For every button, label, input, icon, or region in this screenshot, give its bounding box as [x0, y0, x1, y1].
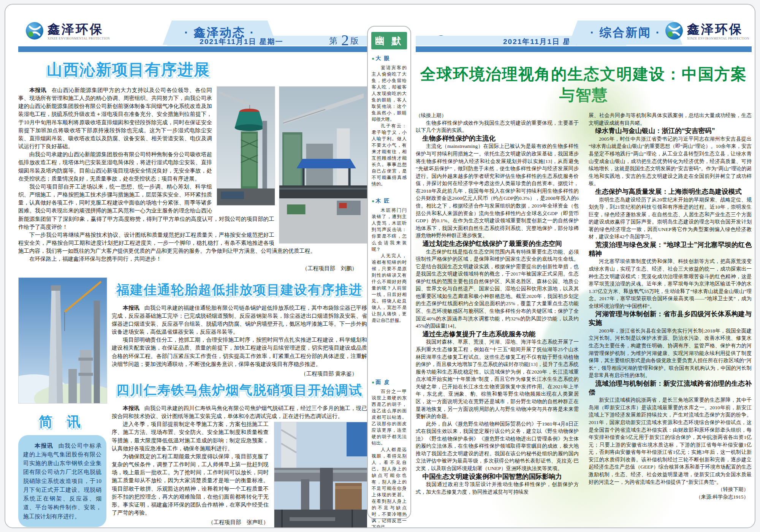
- column-block: （来源:科学杂志1915）: [589, 493, 752, 501]
- column-block: 新安江流域横跨皖浙两省，是长三角地区重要的生态屏障，其中千岛湖（即新安江水库）是…: [589, 396, 752, 486]
- article2-paragraph: 项目部明确责任分工，抢抓工期，合理安排施工时序，按照时间节点扎实推进工程建设，科…: [112, 336, 367, 368]
- page3-header: 第3版 2021年11月1日 星期一 · 综合新闻 ·: [416, 17, 752, 54]
- column-block: 生物多样性保护成效作为我国生态文明建设的重要体现，主要基于以下几个方面的实践。: [416, 119, 579, 134]
- column-block: 2005年，时任中共浙江省委书记的习近平同志在湖州市安吉县提出“绿水青山就是金山…: [589, 135, 752, 187]
- humor-block: 人人都是远视眼，看得见别人，看不见自己。别人身上的缺点可能你也有，别人身上的不足…: [372, 446, 407, 528]
- column-block: 生物多样性保护的主流化: [416, 134, 579, 143]
- column-block: 崇明生态岛建设经历了从20世纪末开始的早期探索、战略定位、规划先导，到21世纪初…: [589, 196, 752, 241]
- brief-box: 本报讯由我公司中标承建的上海电气集团股份有限公司实施的唐山东华钢铁企业集团有限公…: [18, 435, 106, 527]
- page-2: 鑫泽环保 XINZE ENVIRONMENTAL PROTECTION · 鑫泽…: [18, 17, 367, 527]
- column-block: 流域治理与机制创新：新安江流域跨省治理的生态补偿: [589, 379, 752, 397]
- brand-subtitle: XINZE ENVIRONMENTAL PROTECTION: [48, 37, 110, 40]
- humor-block: 宴请宾客的主人偷偷吃了大鱼，把小鱼留给客人吃，却被客人发现偷吃的大鱼的眼睛，客人…: [372, 65, 407, 123]
- humor-block: 木 匠: [372, 197, 407, 205]
- newspaper-sheet: 鑫泽环保 XINZE ENVIRONMENTAL PROTECTION · 鑫泽…: [5, 4, 755, 528]
- column-block: 生态保护与高质量发展：上海崇明生态岛建设模式: [589, 187, 752, 196]
- brand-logo: 鑫泽环保 XINZE ENVIRONMENTAL PROTECTION: [25, 21, 110, 42]
- brand-logo: 鑫泽环保 XINZE ENVIRONMENTAL PROTECTION: [665, 21, 749, 42]
- column-block: 中国生态文明建设案例和中国智慧的国际影响力: [416, 472, 579, 481]
- humor-block: 木匠将门闩装错了，遭到主人责骂，木匠听到骂声反击说：你要是不瞎，怎么会请我来装呢…: [372, 207, 407, 252]
- page-3: 第3版 2021年11月1日 星期一 · 综合新闻 ·: [416, 17, 752, 527]
- article2-title: 福建佳通轮胎超低排放项目建设有序推进: [112, 281, 367, 299]
- humor-block: 人无完人，谁都有犯错的时候，只要不是原则性的错误又有什么不能好好商量的呢？人前留…: [372, 253, 407, 324]
- brand-title: 鑫泽环保: [48, 23, 110, 35]
- humor-block: 面 皮: [372, 378, 407, 386]
- column-block: （转接下期）: [589, 486, 752, 493]
- article1-photo-crane: [217, 86, 274, 205]
- header-rule: [416, 46, 752, 52]
- column-block: 生态保护红线是指在生态空间范围内具有特殊重要生态功能、必须强制性严格保护的区域，…: [416, 248, 579, 330]
- article3-photo-pipes: [274, 422, 367, 528]
- article1-paragraph: 在环保路上，福建鑫泽环保与您携手同行，共同进步！: [18, 255, 367, 263]
- article2-paragraphs: 项目部明确责任分工，抢抓工期，合理安排施工时序，按照时间节点扎实推进工程建设，科…: [112, 336, 367, 368]
- page2-header: 鑫泽环保 XINZE ENVIRONMENTAL PROTECTION · 鑫泽…: [18, 17, 367, 54]
- brand-subtitle: XINZE ENVIRONMENTAL PROTECTION: [687, 37, 749, 40]
- column-block: 此外，自从《濒危野生动植物种国际贸易公约》于1981年4月8日正式在我国生效以来…: [416, 420, 579, 472]
- column-block: 我国通过政府主导顶层设计并推动生物多样性保护，创新保护方式，加大生态修复力度，协…: [416, 481, 579, 496]
- column-block: （续接上期）: [416, 112, 579, 119]
- column-block: 荒漠治理与绿色发展：“地球卫士”河北塞罕坝的红色精神: [589, 241, 752, 258]
- article1-title: 山西沁新项目有序进展: [22, 59, 235, 80]
- humor-column: 幽 默 大 眼宴请宾客的主人偷偷吃了大鱼，把小鱼留给客人吃，却被客人发现偷吃的大…: [367, 26, 411, 519]
- column-block: 河湖管理与体制创新：省市县乡四级河长体系构建与实施: [589, 310, 752, 327]
- article2-lead: 本报讯: [123, 305, 139, 311]
- humor-block: 大 眼: [372, 55, 407, 62]
- humor-sections: 大 眼宴请宾客的主人偷偷吃了大鱼，把小鱼留给客人吃，却被客人发现偷吃的大鱼的眼睛…: [368, 55, 410, 528]
- humor-block: [372, 324, 407, 369]
- brief-title: 简 讯: [18, 413, 106, 431]
- article3-lead: 本报讯: [123, 405, 139, 411]
- left-rail: 简 讯 本报讯由我公司中标承建的上海电气集团股份有限公司实施的唐山东华钢铁企业集…: [18, 277, 106, 528]
- column-block: 2003年，浙江省长兴县在全国率先实行河长制;2018年，我国全面建立河长制。河…: [589, 327, 752, 379]
- brief-lead: 本报讯: [35, 442, 53, 449]
- column-block: 我国对森林、草原、荒漠、河湖、湿地、海洋等生态系统开展了一系列重大生态修复工程，…: [416, 338, 579, 420]
- article-column-1: （续接上期）生物多样性保护成效作为我国生态文明建设的重要体现，主要基于以下几个方…: [416, 112, 579, 500]
- main-headline: 全球环境治理视角的生态文明建设：中国方案与智慧: [416, 64, 752, 106]
- humor-block: 百分之一甲说世上最硬的东西是乙的胡子，连乙这么厚的面皮都可以钻透。乙说那你的面皮…: [372, 388, 407, 446]
- column-block: 河北塞罕坝依靠制度优势和保障、科技创新等方式，把高原荒漠变成绿水青山，实现了生态…: [589, 258, 752, 310]
- column-block: 通过生态修复提升了生态系统服务功能: [416, 330, 579, 339]
- article1-photo-site: [279, 86, 367, 243]
- column-block: 展、社会共同参与等机制和具体实践案例，总结出大量成功经验，生态文明建设成就有目共…: [589, 112, 752, 127]
- brand-logo-icon: [25, 21, 44, 42]
- issue-date: 2021年11月1日 星期一: [200, 37, 283, 47]
- article3-title: 四川仁寿铁马焦炉烟气脱硝项目开始调试: [112, 382, 367, 399]
- article1-byline: （工程项目部 刘鹏）: [18, 264, 367, 272]
- article2-byline: （工程项目部 黄承鉴）: [112, 370, 367, 378]
- humor-title: 幽 默: [371, 32, 407, 49]
- article-column-2: 展、社会共同参与等机制和具体实践案例，总结出大量成功经验，生态文明建设成就有目共…: [589, 112, 752, 500]
- brand-logo-icon: [665, 21, 684, 42]
- column-block: 主流化（mainstreaming）在国际上已被认为是最有效的生物多样性保护与可…: [416, 142, 579, 239]
- brand-title: 鑫泽环保: [687, 23, 749, 35]
- article-shanxi-qinxin: 山西沁新项目有序进展: [18, 59, 367, 273]
- header-rule: [18, 46, 367, 52]
- section-banner-label: · 综合新闻 ·: [590, 25, 661, 41]
- column-block: 绿水青山与金山银山：浙江的“安吉密码”: [589, 127, 752, 135]
- article-fujian-giti: 福建佳通轮胎超低排放项目建设有序推进 本报讯由我公司承建的福建佳通轮胎有限公司链…: [112, 281, 367, 378]
- humor-block: 孔子有云：君子喻于义，小人喻于利。做人不要太小气，有来才能有往，相互照顾感情才能…: [372, 123, 407, 187]
- article2-photo-chimney: [18, 277, 106, 403]
- article1-lead: 本报讯: [29, 87, 46, 93]
- article-sichuan-renshou: 四川仁寿铁马焦炉烟气脱硝项目开始调试 本报讯由我公司承建的四川仁寿铁马焦化有限公…: [112, 382, 367, 528]
- column-block: 通过划定生态保护红线保护了最重要的生态空间: [416, 239, 579, 248]
